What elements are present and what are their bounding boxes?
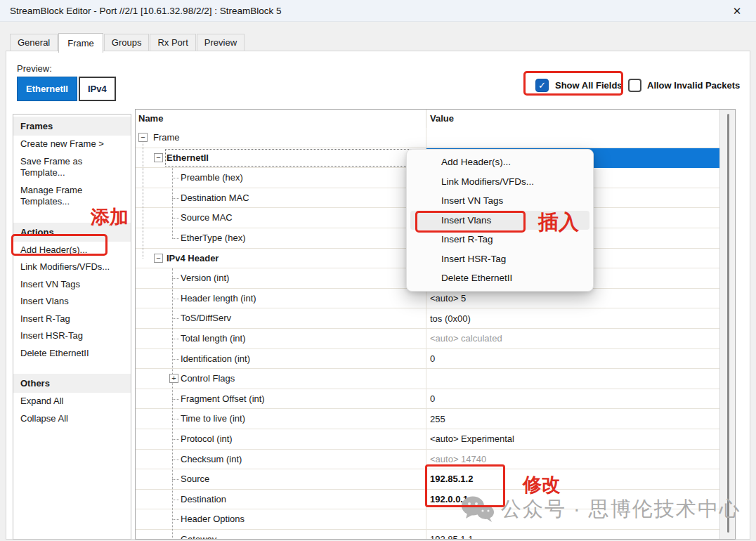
tab-general[interactable]: General: [10, 34, 58, 51]
context-menu-item-add-header-s[interactable]: Add Header(s)...: [407, 152, 593, 172]
tree-value-cell[interactable]: 0: [426, 349, 719, 370]
sidebar-item-insert-hsr-tag[interactable]: Insert HSR-Tag: [13, 327, 131, 345]
tree-value-cell[interactable]: tos (0x00): [426, 308, 719, 329]
tab-preview[interactable]: Preview: [197, 34, 245, 51]
tree-row-header-options[interactable]: Header Options: [136, 509, 719, 530]
collapse-expander-icon[interactable]: −: [154, 153, 163, 162]
tree-value-cell[interactable]: 255: [426, 409, 719, 429]
tree-name-cell[interactable]: Preamble (hex): [136, 168, 426, 188]
allow-invalid-packets-label: Allow Invalid Packets: [647, 80, 740, 91]
tree-name-cell[interactable]: Total length (int): [136, 329, 426, 349]
scrollbar-thumb[interactable]: [727, 114, 729, 533]
tree-row-total-length-int[interactable]: Total length (int)<auto> calculated: [136, 329, 719, 349]
tree-name-cell[interactable]: +Control Flags: [136, 369, 426, 389]
context-menu-item-insert-hsr-tag[interactable]: Insert HSR-Tag: [407, 249, 593, 269]
collapse-expander-icon[interactable]: −: [138, 133, 148, 142]
tree-value-cell[interactable]: <auto> Experimental: [426, 429, 719, 450]
tree-value-cell[interactable]: 0: [426, 389, 719, 410]
tree-connector: [172, 439, 179, 440]
tree-value-cell[interactable]: [426, 509, 719, 530]
tree-connector: [172, 339, 179, 339]
tree-name-cell[interactable]: Destination: [136, 490, 426, 510]
sidebar-item-save-frame-as-template[interactable]: Save Frame as Template...: [13, 153, 131, 182]
tree-row-protocol-int[interactable]: Protocol (int)<auto> Experimental: [136, 429, 719, 450]
tree-row-source[interactable]: Source192.85.1.2: [136, 469, 719, 490]
tree-row-control-flags[interactable]: +Control Flags: [136, 369, 719, 389]
tree-value-cell[interactable]: <auto> 14740: [426, 450, 719, 470]
tree-connector: [172, 168, 173, 239]
tree-name-cell[interactable]: Time to live (int): [136, 409, 426, 429]
tree-row-header-length-int[interactable]: Header length (int)<auto> 5: [136, 289, 719, 309]
vertical-scrollbar[interactable]: [719, 110, 735, 539]
protocol-button-ethernetii[interactable]: EthernetII: [17, 77, 77, 101]
protocol-button-ipv4[interactable]: IPv4: [79, 77, 116, 101]
sidebar-item-create-new-frame[interactable]: Create new Frame >: [13, 136, 131, 153]
sidebar-item-link-modifiers-vfds[interactable]: Link Modifiers/VFDs...: [13, 259, 131, 276]
tree-row-gateway[interactable]: Gateway192.85.1.1: [136, 530, 719, 540]
tree-name-cell[interactable]: Header length (int): [136, 289, 426, 309]
tree-name-cell[interactable]: Checksum (int): [136, 450, 426, 470]
tree-node-label: Time to live (int): [181, 413, 245, 424]
sidebar-item-collapse-all[interactable]: Collapse All: [13, 410, 131, 428]
sidebar-item-insert-vlans[interactable]: Insert Vlans: [13, 293, 131, 311]
tree-node-label: Frame: [153, 132, 180, 143]
tree-row-frame[interactable]: −Frame: [136, 128, 719, 148]
sidebar-item-delete-ethernetii[interactable]: Delete EthernetII: [13, 345, 131, 363]
tree-value-cell[interactable]: <auto> calculated: [426, 329, 719, 349]
tree-connector: [172, 198, 179, 199]
sidebar-item-insert-r-tag[interactable]: Insert R-Tag: [13, 311, 131, 328]
close-icon[interactable]: ✕: [725, 0, 749, 22]
sidebar-item-add-header-s[interactable]: Add Header(s)...: [13, 242, 131, 259]
tab-rx-port[interactable]: Rx Port: [150, 34, 195, 51]
tree-name-cell[interactable]: −IPv4 Header: [136, 249, 426, 269]
context-menu-item-link-modifiers-vfds[interactable]: Link Modifiers/VFDs...: [407, 172, 593, 192]
tree-name-cell[interactable]: EtherType (hex): [136, 228, 426, 249]
tab-frame[interactable]: Frame: [58, 33, 103, 53]
tree-node-label: Header Options: [181, 514, 245, 524]
context-menu-item-delete-ethernetii[interactable]: Delete EthernetII: [407, 268, 593, 288]
tree-value-cell[interactable]: [426, 369, 719, 389]
sidebar-item-manage-frame-templates[interactable]: Manage Frame Templates...: [13, 182, 131, 211]
tree-node-label: Version (int): [181, 273, 229, 283]
context-menu-item-insert-vlans[interactable]: Insert Vlans: [410, 211, 589, 230]
tree-row-fragment-offset-int[interactable]: Fragment Offset (int)0: [136, 389, 719, 410]
tab-groups[interactable]: Groups: [104, 34, 150, 51]
tree-connector: [172, 299, 179, 299]
tree-value-cell[interactable]: 192.0.0.1: [426, 490, 719, 510]
column-header-name[interactable]: Name: [136, 110, 426, 128]
context-menu-item-insert-vn-tags[interactable]: Insert VN Tags: [407, 191, 593, 211]
tree-value-cell[interactable]: 192.85.1.2: [426, 469, 719, 490]
expand-expander-icon[interactable]: +: [169, 374, 178, 383]
context-menu-item-insert-r-tag[interactable]: Insert R-Tag: [407, 230, 593, 249]
tree-name-cell[interactable]: Gateway: [136, 530, 426, 540]
tree-row-destination[interactable]: Destination192.0.0.1: [136, 490, 719, 510]
tree-name-cell[interactable]: Source: [136, 469, 426, 490]
tree-name-cell[interactable]: −Frame: [136, 128, 426, 148]
tree-value-cell[interactable]: [426, 128, 719, 148]
tree-name-cell[interactable]: Destination MAC: [136, 188, 426, 209]
tree-row-time-to-live-int[interactable]: Time to live (int)255: [136, 409, 719, 429]
tree-row-checksum-int[interactable]: Checksum (int)<auto> 14740: [136, 450, 719, 470]
tree-name-cell[interactable]: ToS/DiffServ: [136, 308, 426, 329]
tree-value-text: tos (0x00): [430, 313, 471, 324]
tree-value-cell[interactable]: 192.85.1.1: [426, 530, 719, 540]
tree-row-identification-int[interactable]: Identification (int)0: [136, 349, 719, 370]
show-all-fields-label: Show All Fields: [555, 80, 623, 91]
show-all-fields-checkbox[interactable]: ✓: [535, 79, 549, 92]
tree-value-cell[interactable]: <auto> 5: [426, 289, 719, 309]
sidebar-item-insert-vn-tags[interactable]: Insert VN Tags: [13, 276, 131, 294]
tree-name-cell[interactable]: −EthernetII: [136, 148, 426, 169]
tree-name-cell[interactable]: Identification (int): [136, 349, 426, 370]
preview-label: Preview:: [17, 63, 52, 74]
collapse-expander-icon[interactable]: −: [154, 254, 163, 263]
tree-name-cell[interactable]: Version (int): [136, 268, 426, 289]
tree-name-cell[interactable]: Header Options: [136, 509, 426, 530]
tree-node-label: Destination MAC: [181, 193, 249, 203]
tree-name-cell[interactable]: Protocol (int): [136, 429, 426, 450]
tree-row-tos-diffserv[interactable]: ToS/DiffServtos (0x00): [136, 308, 719, 329]
tree-name-cell[interactable]: Source MAC: [136, 208, 426, 228]
sidebar-item-expand-all[interactable]: Expand All: [13, 393, 131, 410]
column-header-value[interactable]: Value: [426, 110, 719, 128]
tree-name-cell[interactable]: Fragment Offset (int): [136, 389, 426, 410]
allow-invalid-packets-checkbox[interactable]: [628, 79, 641, 92]
